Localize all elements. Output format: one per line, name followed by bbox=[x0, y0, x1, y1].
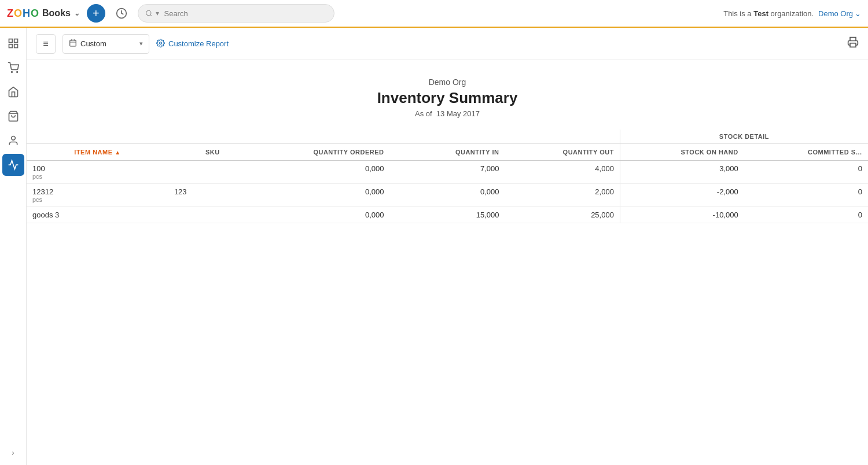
add-button[interactable]: + bbox=[87, 4, 105, 23]
cell-qty-in: 0,000 bbox=[390, 184, 505, 207]
cell-committed-stock: 0 bbox=[744, 161, 868, 184]
sidebar-expand-button[interactable]: › bbox=[2, 444, 24, 460]
svg-rect-4 bbox=[14, 39, 17, 43]
cell-qty-out: 25,000 bbox=[505, 207, 620, 223]
svg-point-7 bbox=[11, 72, 12, 73]
cell-qty-in: 7,000 bbox=[390, 161, 505, 184]
svg-rect-6 bbox=[9, 45, 12, 48]
customize-report-label: Customize Report bbox=[168, 39, 229, 48]
logo-o1: O bbox=[14, 8, 22, 20]
menu-toggle-button[interactable]: ≡ bbox=[36, 34, 56, 54]
report-toolbar: ≡ Custom ▾ Customize Report bbox=[27, 28, 868, 60]
expand-icon: › bbox=[12, 448, 14, 457]
sort-asc-icon: ▲ bbox=[115, 149, 120, 156]
table-row: 12312 pcs 123 0,000 0,000 2,000 -2,000 0 bbox=[27, 184, 868, 207]
inventory-table: STOCK DETAIL ITEM NAME ▲ SKU QUANTITY OR… bbox=[27, 130, 868, 223]
col-header-qty-ordered[interactable]: QUANTITY ORDERED bbox=[257, 144, 390, 161]
sidebar-item-sales[interactable] bbox=[2, 57, 24, 79]
col-header-stock-on-hand[interactable]: STOCK ON HAND bbox=[620, 144, 744, 161]
dropdown-chevron-icon: ▾ bbox=[139, 40, 143, 47]
contacts-icon bbox=[8, 135, 19, 146]
menu-icon: ≡ bbox=[43, 39, 48, 49]
sidebar-item-inventory[interactable] bbox=[2, 105, 24, 127]
reports-icon bbox=[8, 159, 19, 171]
org-message: This is a Test organization. bbox=[723, 9, 814, 18]
cell-qty-ordered: 0,000 bbox=[257, 184, 390, 207]
sidebar: › bbox=[0, 28, 27, 465]
date-range-dropdown[interactable]: Custom ▾ bbox=[62, 34, 149, 54]
col-header-committed-stock[interactable]: COMMITTED S… bbox=[744, 144, 868, 161]
inventory-icon bbox=[8, 110, 19, 122]
calendar-icon bbox=[69, 39, 77, 49]
sidebar-item-purchases[interactable] bbox=[2, 81, 24, 103]
col-header-qty-in[interactable]: QUANTITY IN bbox=[390, 144, 505, 161]
date-range-label: Custom bbox=[80, 39, 136, 48]
svg-line-2 bbox=[150, 14, 152, 16]
svg-point-8 bbox=[16, 72, 17, 73]
logo-h: H bbox=[23, 8, 30, 20]
search-input[interactable] bbox=[164, 9, 326, 18]
cell-sku bbox=[168, 161, 257, 184]
cell-qty-ordered: 0,000 bbox=[257, 161, 390, 184]
logo-o2: O bbox=[31, 8, 39, 20]
cell-stock-on-hand: -2,000 bbox=[620, 184, 744, 207]
report-org-name: Demo Org bbox=[36, 78, 859, 87]
cell-stock-on-hand: -10,000 bbox=[620, 207, 744, 223]
cell-qty-in: 15,000 bbox=[390, 207, 505, 223]
report-date: As of 13 May 2017 bbox=[36, 109, 859, 118]
print-icon bbox=[847, 36, 859, 48]
sidebar-item-contacts[interactable] bbox=[2, 130, 24, 152]
logo-chevron-icon[interactable]: ⌄ bbox=[74, 9, 80, 17]
table-row: 100 pcs 0,000 7,000 4,000 3,000 0 bbox=[27, 161, 868, 184]
cell-qty-ordered: 0,000 bbox=[257, 207, 390, 223]
inventory-table-wrapper: STOCK DETAIL ITEM NAME ▲ SKU QUANTITY OR… bbox=[27, 130, 868, 465]
svg-point-15 bbox=[160, 42, 162, 44]
shopping-cart-icon bbox=[8, 62, 19, 73]
main-layout: › ≡ Custom ▾ Customize Report bbox=[0, 28, 868, 465]
org-info: This is a Test organization. Demo Org ⌄ bbox=[723, 9, 861, 18]
svg-point-1 bbox=[146, 10, 151, 15]
gear-icon bbox=[156, 39, 165, 49]
svg-rect-11 bbox=[70, 40, 76, 46]
sidebar-item-dashboard[interactable] bbox=[2, 32, 24, 54]
history-button[interactable] bbox=[112, 4, 131, 23]
col-header-item-name[interactable]: ITEM NAME ▲ bbox=[27, 144, 168, 161]
demo-org-chevron-icon: ⌄ bbox=[855, 9, 861, 18]
svg-rect-3 bbox=[9, 39, 12, 43]
search-bar[interactable]: ▾ bbox=[138, 4, 334, 23]
cell-qty-out: 4,000 bbox=[505, 161, 620, 184]
report-title: Inventory Summary bbox=[36, 89, 859, 107]
demo-org-selector[interactable]: Demo Org ⌄ bbox=[818, 9, 861, 18]
svg-rect-5 bbox=[14, 45, 17, 48]
cell-sku: 123 bbox=[168, 184, 257, 207]
cell-item-name: 12312 pcs bbox=[27, 184, 168, 207]
table-body: 100 pcs 0,000 7,000 4,000 3,000 0 12312 … bbox=[27, 161, 868, 223]
logo-books: Books bbox=[42, 8, 71, 19]
col-header-qty-out[interactable]: QUANTITY OUT bbox=[505, 144, 620, 161]
cell-item-name: goods 3 bbox=[27, 207, 168, 223]
main-content: ≡ Custom ▾ Customize Report Demo Org bbox=[27, 28, 868, 465]
demo-org-label: Demo Org bbox=[818, 9, 853, 18]
table-row: goods 3 0,000 15,000 25,000 -10,000 0 bbox=[27, 207, 868, 223]
cell-committed-stock: 0 bbox=[744, 184, 868, 207]
dashboard-icon bbox=[8, 38, 19, 49]
customize-report-button[interactable]: Customize Report bbox=[156, 39, 229, 49]
print-button[interactable] bbox=[847, 36, 859, 51]
stock-detail-group-header: STOCK DETAIL bbox=[620, 130, 868, 144]
cell-stock-on-hand: 3,000 bbox=[620, 161, 744, 184]
cell-item-name: 100 pcs bbox=[27, 161, 168, 184]
svg-point-10 bbox=[11, 136, 15, 141]
cell-committed-stock: 0 bbox=[744, 207, 868, 223]
col-header-sku[interactable]: SKU bbox=[168, 144, 257, 161]
top-navigation: ZOHO Books ⌄ + ▾ This is a Test organiza… bbox=[0, 0, 868, 28]
search-icon bbox=[145, 9, 153, 17]
svg-rect-16 bbox=[850, 43, 856, 47]
building-icon bbox=[8, 86, 19, 98]
app-logo[interactable]: ZOHO Books ⌄ bbox=[7, 8, 80, 20]
sidebar-item-reports[interactable] bbox=[2, 154, 24, 176]
cell-qty-out: 2,000 bbox=[505, 184, 620, 207]
report-header: Demo Org Inventory Summary As of 13 May … bbox=[27, 60, 868, 130]
search-dropdown-icon[interactable]: ▾ bbox=[156, 9, 159, 17]
cell-sku bbox=[168, 207, 257, 223]
logo-z: Z bbox=[7, 8, 13, 20]
